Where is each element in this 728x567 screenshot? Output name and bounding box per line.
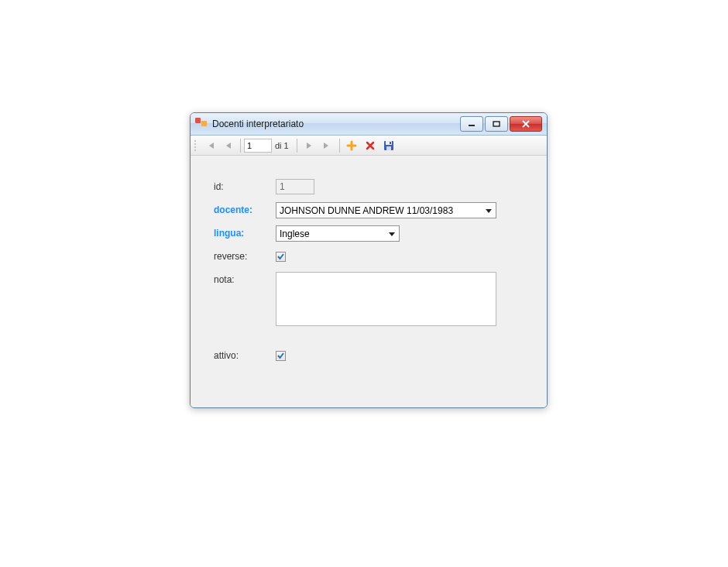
- label-id: id:: [214, 179, 276, 192]
- titlebar: Docenti interpretariato: [191, 113, 547, 136]
- lingua-value: Inglese: [280, 229, 386, 239]
- lingua-combobox[interactable]: Inglese: [276, 225, 400, 242]
- row-lingua: lingua: Inglese: [214, 225, 530, 244]
- nav-position-input[interactable]: [244, 139, 272, 153]
- row-reverse: reverse:: [214, 249, 530, 267]
- nav-last-button[interactable]: [319, 137, 336, 154]
- toolbar-separator: [240, 139, 241, 153]
- chevron-down-icon: [483, 205, 494, 216]
- row-docente: docente: JOHNSON DUNNE ANDREW 11/03/1983: [214, 202, 530, 221]
- nav-save-button[interactable]: [380, 137, 397, 154]
- toolbar-separator: [339, 139, 340, 153]
- svg-rect-7: [390, 142, 391, 144]
- toolbar-grip: [194, 139, 198, 152]
- window: Docenti interpretariato di 1: [190, 112, 548, 408]
- nav-count-label: di 1: [273, 141, 294, 150]
- chevron-down-icon: [386, 229, 397, 239]
- window-controls: [460, 116, 542, 132]
- maximize-button[interactable]: [485, 116, 508, 132]
- nota-field[interactable]: [276, 272, 496, 326]
- label-docente: docente:: [214, 202, 276, 215]
- nav-add-button[interactable]: [343, 137, 360, 154]
- label-attivo: attivo:: [214, 348, 276, 361]
- row-id: id:: [214, 179, 530, 198]
- label-nota: nota:: [214, 272, 276, 285]
- nav-first-button[interactable]: [201, 137, 218, 154]
- reverse-checkbox[interactable]: [276, 252, 286, 262]
- attivo-checkbox[interactable]: [276, 351, 286, 361]
- form-panel: id: docente: JOHNSON DUNNE ANDREW 11/03/…: [191, 156, 547, 407]
- svg-rect-1: [493, 122, 500, 126]
- docente-value: JOHNSON DUNNE ANDREW 11/03/1983: [280, 205, 483, 216]
- label-lingua: lingua:: [214, 225, 276, 239]
- app-icon: [195, 118, 208, 130]
- svg-rect-6: [386, 146, 391, 150]
- nav-previous-button[interactable]: [220, 137, 237, 154]
- window-title: Docenti interpretariato: [212, 119, 460, 129]
- docente-combobox[interactable]: JOHNSON DUNNE ANDREW 11/03/1983: [276, 202, 496, 218]
- row-nota: nota:: [214, 272, 530, 326]
- row-attivo: attivo:: [214, 348, 530, 366]
- nav-next-button[interactable]: [300, 137, 318, 154]
- binding-navigator: di 1: [191, 136, 547, 156]
- minimize-button[interactable]: [460, 116, 483, 132]
- label-reverse: reverse:: [214, 249, 276, 262]
- close-button[interactable]: [510, 116, 542, 132]
- toolbar-separator: [297, 139, 297, 153]
- nav-delete-button[interactable]: [362, 137, 379, 154]
- id-field: [276, 179, 314, 194]
